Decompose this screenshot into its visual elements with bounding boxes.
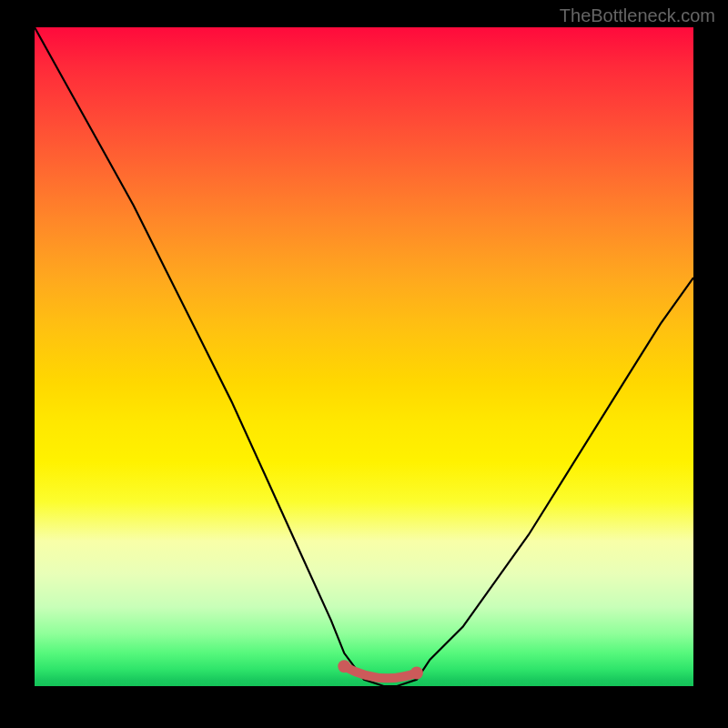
trough-marker-right — [410, 667, 423, 680]
chart-plot-area — [35, 27, 693, 686]
trough-highlight — [344, 666, 417, 678]
curve-path — [35, 27, 693, 686]
trough-marker-left — [338, 660, 350, 672]
bottleneck-curve — [35, 27, 693, 686]
watermark-text: TheBottleneck.com — [560, 5, 715, 26]
